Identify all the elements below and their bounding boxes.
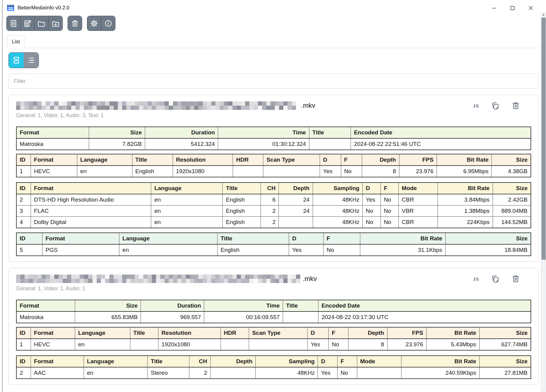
scroll-up-arrow-icon[interactable]: ▲ <box>541 12 546 17</box>
copy-icon[interactable] <box>491 101 500 110</box>
col-header-resolution: Resolution <box>158 327 221 339</box>
cell: 5 <box>16 244 42 256</box>
col-header-depth: Depth <box>348 327 387 339</box>
tab-list[interactable]: List <box>7 35 25 48</box>
col-header-language: Language <box>84 356 148 367</box>
video-table: IDFormatLanguageTitleResolutionHDRScan T… <box>16 154 531 177</box>
add-file-button[interactable] <box>21 16 35 31</box>
file-actions: JS <box>473 274 531 283</box>
card-view-button[interactable] <box>9 53 24 68</box>
open-file-button[interactable] <box>7 16 21 31</box>
cell <box>249 339 308 350</box>
title-bar: BetterMediaInfo v0.2.0 <box>2 0 546 13</box>
col-header-d: D <box>289 233 324 244</box>
col-header-title: Title <box>132 154 173 166</box>
file-extension: .mkv <box>301 102 315 110</box>
filter-input[interactable] <box>8 74 539 89</box>
cell: English <box>223 206 261 217</box>
col-header-title: Title <box>283 300 318 311</box>
col-header-sampling: Sampling <box>256 356 318 367</box>
cell: 01:30:12.324 <box>218 138 309 150</box>
cell: 240.59Kbps <box>401 367 479 379</box>
cell: English <box>217 244 289 256</box>
delete-icon[interactable] <box>511 274 520 283</box>
video-table: IDFormatLanguageTitleResolutionHDRScan T… <box>16 327 531 351</box>
content-area: .mkv JS <box>2 48 546 385</box>
json-export-button[interactable]: JS <box>473 276 479 282</box>
about-button[interactable] <box>101 16 115 31</box>
header-row: IDFormatLanguageTitleCHDepthSamplingDFMo… <box>16 183 531 194</box>
json-export-button[interactable]: JS <box>473 103 479 108</box>
maximize-button[interactable] <box>505 3 519 12</box>
cell: CBR <box>399 194 438 206</box>
tab-bar: List <box>2 35 546 48</box>
col-header-language: Language <box>119 233 218 244</box>
col-header-format: Format <box>31 356 84 367</box>
cell: 1920x1080 <box>158 339 221 350</box>
list-view-button[interactable] <box>24 53 38 68</box>
col-header-mode: Mode <box>357 356 401 367</box>
cell: en <box>151 194 223 206</box>
minimize-button[interactable] <box>487 3 501 12</box>
data-row: Matroska7.82GB5412.32401:30:12.3242024-0… <box>16 138 531 150</box>
delete-icon[interactable] <box>511 101 520 110</box>
file-extension: .mkv <box>303 275 317 283</box>
add-folder-button[interactable] <box>48 16 62 31</box>
col-header-depth: Depth <box>279 183 313 194</box>
col-header-hdr: HDR <box>221 327 249 339</box>
col-header-language: Language <box>151 183 223 194</box>
col-header-d: D <box>318 356 338 367</box>
cell: AAC <box>31 367 84 379</box>
cell: No <box>381 217 398 228</box>
cell: 00:16:09.557 <box>204 311 283 323</box>
col-header-mode: Mode <box>399 183 438 194</box>
cell: English <box>223 217 261 228</box>
col-header-size: Size <box>479 356 531 367</box>
col-header-id: ID <box>16 233 42 244</box>
col-header-format: Format <box>16 127 89 138</box>
cell: 23.976 <box>399 166 437 177</box>
col-header-resolution: Resolution <box>173 154 233 166</box>
cell: HEVC <box>31 166 77 177</box>
cell: English <box>132 166 173 177</box>
cell: DTS-HD High Resolution Audio <box>31 194 151 206</box>
card-view-icon <box>11 55 22 65</box>
col-header-duration: Duration <box>141 300 204 311</box>
settings-button[interactable] <box>87 16 101 31</box>
cell: Matroska <box>16 138 89 150</box>
col-header-encoded-date: Encoded Date <box>318 300 531 311</box>
col-header-size: Size <box>89 127 145 138</box>
cell: 18.84MB <box>445 244 531 256</box>
close-button[interactable] <box>524 3 538 12</box>
copy-icon[interactable] <box>491 274 500 283</box>
cell: en <box>151 217 223 228</box>
settings-group <box>87 16 115 31</box>
clear-list-button[interactable] <box>68 16 82 31</box>
cell: 2 <box>16 194 31 206</box>
cell: No <box>381 206 398 217</box>
col-header-language: Language <box>75 327 130 339</box>
col-header-f: F <box>381 183 398 194</box>
cell: Yes <box>320 166 341 177</box>
file-actions-group <box>6 16 63 31</box>
stream-summary: General: 1, Video: 1, Audio: 1 <box>16 285 531 292</box>
scrollbar-thumb[interactable] <box>541 18 546 260</box>
redacted-filename <box>16 275 301 283</box>
cell: 889.04MB <box>493 206 531 217</box>
cell: 48KHz <box>256 367 318 379</box>
file-name: .mkv <box>16 101 315 110</box>
col-header-id: ID <box>16 356 31 367</box>
col-header-format: Format <box>16 300 75 311</box>
media-file-card: .mkv JS <box>8 95 539 262</box>
cell: 4.38GB <box>492 166 531 177</box>
col-header-fps: FPS <box>387 327 426 339</box>
app-logo-icon <box>7 5 15 11</box>
cell: 1 <box>16 166 31 177</box>
col-header-sampling: Sampling <box>313 183 363 194</box>
application-window: BetterMediaInfo v0.2.0 <box>0 0 546 392</box>
cell: 969.557 <box>141 311 204 323</box>
open-folder-button[interactable] <box>35 16 48 31</box>
stream-summary: General: 1, Video: 1, Audio: 3, Text: 1 <box>16 112 531 119</box>
col-header-f: F <box>329 327 348 339</box>
cell: 627.74MB <box>479 339 531 350</box>
